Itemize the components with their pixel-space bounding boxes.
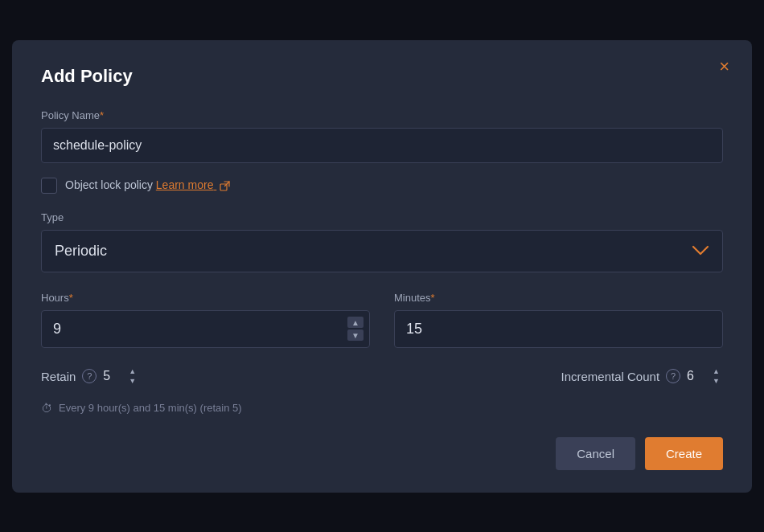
hours-label: Hours* [41,292,370,304]
incremental-count-spinner: ▲ ▼ [709,367,723,386]
minutes-input-wrapper [394,310,723,348]
type-select-wrapper: Periodic [41,230,723,272]
retain-spinner: ▲ ▼ [125,367,139,386]
learn-more-link[interactable]: Learn more [156,178,231,191]
hours-input[interactable] [41,310,370,348]
incremental-count-section: Incremental Count ? 6 ▲ ▼ [561,367,724,386]
external-link-icon [220,181,231,192]
policy-name-input[interactable] [41,128,723,163]
incremental-count-increment-button[interactable]: ▲ [709,367,723,376]
incremental-count-value: 6 [687,369,703,383]
policy-name-label: Policy Name* [41,109,723,121]
retain-increment-button[interactable]: ▲ [125,367,139,376]
summary-text: Every 9 hour(s) and 15 min(s) (retain 5) [59,402,242,414]
minutes-label: Minutes* [394,292,723,304]
hours-increment-button[interactable]: ▲ [347,317,364,328]
hours-spinner: ▲ ▼ [347,317,364,341]
summary-row: ⏱ Every 9 hour(s) and 15 min(s) (retain … [41,402,723,415]
type-select[interactable]: Periodic [41,230,723,272]
hours-field: Hours* ▲ ▼ [41,292,370,348]
add-policy-modal: Add Policy × Policy Name* Object lock po… [12,40,752,493]
chevron-down-icon [692,242,709,260]
object-lock-label: Object lock policy Learn more [65,178,231,191]
create-button[interactable]: Create [645,437,723,470]
incremental-count-help-icon[interactable]: ? [666,369,680,383]
incremental-count-decrement-button[interactable]: ▼ [709,377,723,386]
retain-label: Retain [41,370,76,383]
object-lock-row: Object lock policy Learn more [41,178,723,194]
retain-help-icon[interactable]: ? [82,369,97,383]
hours-minutes-row: Hours* ▲ ▼ Minutes* [41,292,723,348]
modal-overlay: Add Policy × Policy Name* Object lock po… [0,0,764,532]
incremental-count-label: Incremental Count [561,370,660,383]
retain-section: Retain ? 5 ▲ ▼ [41,367,139,386]
policy-name-field: Policy Name* [41,109,723,163]
cancel-button[interactable]: Cancel [556,437,635,470]
type-label: Type [41,211,723,223]
hours-decrement-button[interactable]: ▼ [347,329,364,341]
minutes-input[interactable] [394,310,723,348]
retain-value: 5 [103,369,119,383]
modal-title: Add Policy [41,66,723,87]
close-button[interactable]: × [719,58,729,76]
retain-decrement-button[interactable]: ▼ [125,377,139,386]
action-row: Cancel Create [41,437,723,470]
object-lock-checkbox[interactable] [41,178,57,194]
retain-incremental-row: Retain ? 5 ▲ ▼ Incremental Count ? 6 ▲ ▼ [41,367,723,386]
type-field: Type Periodic [41,211,723,272]
minutes-field: Minutes* [394,292,723,348]
clock-icon: ⏱ [41,402,52,415]
hours-input-wrapper: ▲ ▼ [41,310,370,348]
